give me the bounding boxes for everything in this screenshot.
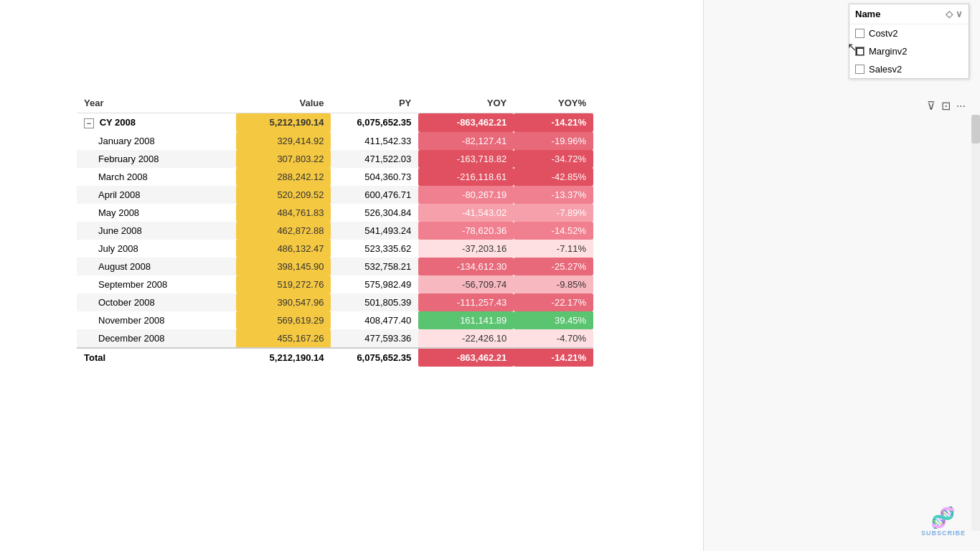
scrollbar-thumb[interactable] [971, 115, 980, 143]
field-item-salesv2[interactable]: Salesv2 [849, 60, 969, 78]
month-year-cell: September 2008 [77, 276, 236, 293]
table-row: December 2008 455,167.26 477,593.36 -22,… [77, 329, 593, 348]
month-yoypct-cell: -13.37% [514, 186, 593, 204]
table-row: June 2008 462,872.88 541,493.24 -78,620.… [77, 222, 593, 240]
month-value-cell: 329,414.92 [236, 132, 331, 150]
field-item-costv2[interactable]: Costv2 [849, 24, 969, 42]
month-yoy-cell: -163,718.82 [418, 150, 514, 168]
month-yoypct-cell: 39.45% [514, 311, 593, 329]
field-label-marginv2: Marginv2 [869, 46, 907, 57]
month-value-cell: 307,803.22 [236, 150, 331, 168]
header-year[interactable]: Year [77, 93, 236, 113]
header-yoypct[interactable]: YOY% [514, 93, 593, 113]
chevron-down-icon[interactable]: ∨ [956, 9, 963, 19]
table-container: Year Value PY YOY YOY% − CY 2008 5,212,1… [0, 0, 703, 551]
month-py-cell: 575,982.49 [331, 276, 418, 293]
month-value-cell: 398,145.90 [236, 258, 331, 276]
table-row: May 2008 484,761.83 526,304.84 -41,543.0… [77, 204, 593, 222]
month-value-cell: 288,242.12 [236, 168, 331, 186]
table-row: August 2008 398,145.90 532,758.21 -134,6… [77, 258, 593, 276]
month-year-cell: February 2008 [77, 150, 236, 168]
field-checkbox-costv2[interactable] [855, 29, 864, 38]
month-year-cell: January 2008 [77, 132, 236, 150]
month-value-cell: 462,872.88 [236, 222, 331, 240]
table-row: March 2008 288,242.12 504,360.73 -216,11… [77, 168, 593, 186]
month-py-cell: 523,335.62 [331, 240, 418, 258]
month-year-cell: May 2008 [77, 204, 236, 222]
cy-yoy-cell: -863,462.21 [418, 113, 514, 132]
field-checkbox-marginv2[interactable] [855, 47, 864, 56]
month-py-cell: 541,493.24 [331, 222, 418, 240]
total-yoypct-cell: -14.21% [514, 348, 593, 367]
subscribe-watermark: 🧬 SUBSCRIBE [921, 506, 966, 537]
month-value-cell: 520,209.52 [236, 186, 331, 204]
month-yoy-cell: -80,267.19 [418, 186, 514, 204]
month-year-cell: November 2008 [77, 311, 236, 329]
month-yoypct-cell: -14.52% [514, 222, 593, 240]
header-yoy[interactable]: YOY [418, 93, 514, 113]
subscribe-text: SUBSCRIBE [921, 529, 966, 537]
month-yoy-cell: 161,141.89 [418, 311, 514, 329]
month-yoypct-cell: -7.11% [514, 240, 593, 258]
month-year-cell: April 2008 [77, 186, 236, 204]
scrollbar-track[interactable] [971, 115, 980, 531]
field-list-header: Name ◇ ∨ [849, 4, 969, 24]
cy-value-cell: 5,212,190.14 [236, 113, 331, 132]
field-checkbox-salesv2[interactable] [855, 65, 864, 74]
month-yoypct-cell: -4.70% [514, 329, 593, 348]
header-py[interactable]: PY [331, 93, 418, 113]
month-yoypct-cell: -19.96% [514, 132, 593, 150]
month-yoy-cell: -37,203.16 [418, 240, 514, 258]
cy-year-cell: − CY 2008 [77, 113, 236, 132]
cy-py-cell: 6,075,652.35 [331, 113, 418, 132]
filter-icon[interactable]: ⊽ [927, 99, 936, 113]
month-yoypct-cell: -7.89% [514, 204, 593, 222]
table-row: February 2008 307,803.22 471,522.03 -163… [77, 150, 593, 168]
month-yoypct-cell: -9.85% [514, 276, 593, 293]
month-value-cell: 569,619.29 [236, 311, 331, 329]
month-py-cell: 477,593.36 [331, 329, 418, 348]
month-yoy-cell: -22,426.10 [418, 329, 514, 348]
month-yoy-cell: -82,127.41 [418, 132, 514, 150]
month-yoy-cell: -216,118.61 [418, 168, 514, 186]
month-value-cell: 390,547.96 [236, 293, 331, 311]
month-year-cell: December 2008 [77, 329, 236, 348]
table-row: April 2008 520,209.52 600,476.71 -80,267… [77, 186, 593, 204]
month-py-cell: 526,304.84 [331, 204, 418, 222]
eraser-icon[interactable]: ◇ [946, 9, 953, 19]
header-value[interactable]: Value [236, 93, 331, 113]
month-value-cell: 486,132.47 [236, 240, 331, 258]
month-yoy-cell: -56,709.74 [418, 276, 514, 293]
month-value-cell: 519,272.76 [236, 276, 331, 293]
month-year-cell: October 2008 [77, 293, 236, 311]
field-items-container: Costv2Marginv2Salesv2 [849, 24, 969, 78]
total-value-cell: 5,212,190.14 [236, 348, 331, 367]
more-options-icon[interactable]: ··· [956, 100, 966, 113]
month-yoy-cell: -134,612.30 [418, 258, 514, 276]
month-py-cell: 504,360.73 [331, 168, 418, 186]
field-list-header-icons: ◇ ∨ [946, 9, 963, 19]
month-yoypct-cell: -42.85% [514, 168, 593, 186]
total-year-cell: Total [77, 348, 236, 367]
cy-yoypct-cell: -14.21% [514, 113, 593, 132]
field-list-panel: Name ◇ ∨ Costv2Marginv2Salesv2 [849, 4, 969, 79]
month-year-cell: August 2008 [77, 258, 236, 276]
dna-icon: 🧬 [930, 506, 956, 529]
field-list-title: Name [855, 9, 880, 19]
month-yoy-cell: -41,543.02 [418, 204, 514, 222]
month-year-cell: June 2008 [77, 222, 236, 240]
month-yoypct-cell: -22.17% [514, 293, 593, 311]
field-item-marginv2[interactable]: Marginv2 [849, 42, 969, 60]
collapse-icon[interactable]: − [84, 118, 94, 128]
month-py-cell: 501,805.39 [331, 293, 418, 311]
month-yoypct-cell: -34.72% [514, 150, 593, 168]
table-row: November 2008 569,619.29 408,477.40 161,… [77, 311, 593, 329]
expand-table-icon[interactable]: ⊡ [941, 99, 951, 113]
month-py-cell: 600,476.71 [331, 186, 418, 204]
month-yoy-cell: -111,257.43 [418, 293, 514, 311]
month-yoypct-cell: -25.27% [514, 258, 593, 276]
month-value-cell: 484,761.83 [236, 204, 331, 222]
field-label-costv2: Costv2 [869, 28, 897, 39]
month-py-cell: 411,542.33 [331, 132, 418, 150]
field-label-salesv2: Salesv2 [869, 64, 902, 75]
